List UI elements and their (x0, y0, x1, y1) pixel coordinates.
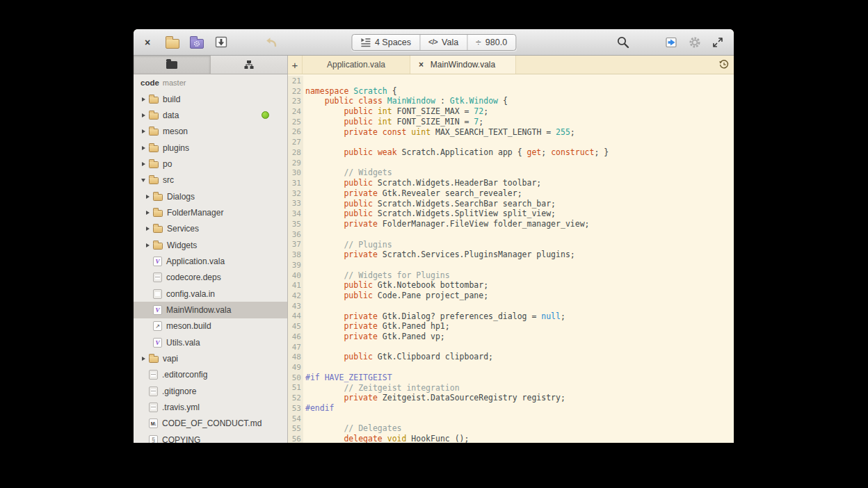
code-line: 26 private const uint MAX_SEARCH_TEXT_LE… (288, 127, 734, 138)
tree-item[interactable]: src (134, 172, 287, 188)
collapsed-triangle (146, 211, 150, 215)
expander-icon[interactable] (139, 357, 147, 361)
line-number: 25 (288, 117, 303, 127)
search-button[interactable] (614, 33, 632, 51)
tree-item-label: .editorconfig (162, 370, 207, 380)
tree-item[interactable]: Dialogs (134, 188, 287, 204)
tree-item[interactable]: meson (134, 124, 287, 140)
folder-icon (149, 176, 159, 184)
folder-glyph (149, 113, 159, 120)
indentation-button[interactable]: 4 Spaces (352, 35, 419, 50)
line-number: 40 (288, 270, 303, 281)
line-number: 50 (288, 373, 303, 383)
code-text: // Zeitgeist integration (303, 383, 460, 393)
close-icon[interactable]: × (140, 37, 154, 48)
line-number: 46 (288, 332, 303, 342)
folder-glyph (153, 226, 163, 233)
expander-icon[interactable] (143, 211, 152, 215)
code-line: 55 // Delegates (288, 423, 734, 434)
tree-item-label: plugins (163, 143, 189, 153)
goto-line-button[interactable]: ÷980.0 (467, 35, 515, 50)
tree-item[interactable]: build (134, 91, 287, 107)
text-file-icon (149, 402, 158, 412)
tab-application-vala[interactable]: Application.vala (302, 56, 410, 74)
code-text: public class MainWindow : Gtk.Window { (303, 96, 508, 106)
code-line: 49 (288, 362, 734, 373)
tree-item[interactable]: VUtils.vala (134, 334, 287, 350)
indent-icon (360, 38, 371, 47)
templates-button[interactable] (188, 33, 206, 51)
expander-icon[interactable] (139, 97, 147, 101)
folder-glyph (149, 161, 159, 168)
code-text: public Scratch.Widgets.SearchBar search_… (303, 199, 556, 209)
code-line: 33 public Scratch.Widgets.SearchBar sear… (288, 199, 734, 209)
line-number: 52 (288, 393, 303, 403)
tree-item[interactable]: data (134, 107, 287, 123)
new-tab-button[interactable]: + (288, 56, 302, 74)
code-text: private Zeitgeist.DataSourceRegistry reg… (303, 393, 565, 403)
tree-item[interactable]: config.vala.in (134, 286, 287, 302)
folder-glyph (153, 194, 163, 201)
code-line: 44 private Gtk.Dialog? preferences_dialo… (288, 311, 734, 322)
fullscreen-button[interactable] (709, 33, 727, 51)
tree-item[interactable]: VApplication.vala (134, 253, 287, 269)
history-button[interactable] (714, 56, 734, 74)
tree-item[interactable]: .gitignore (134, 383, 287, 399)
tree-item[interactable]: plugins (134, 140, 287, 156)
share-button[interactable] (663, 33, 681, 51)
tree-item[interactable]: VMainWindow.vala (134, 302, 287, 318)
expander-icon[interactable] (143, 195, 152, 199)
tree-item[interactable]: po (134, 156, 287, 172)
line-number: 36 (288, 229, 303, 240)
code-line: 29 (288, 158, 734, 168)
tree-item[interactable]: .travis.yml (134, 399, 287, 415)
tree-item-label: FolderManager (167, 208, 223, 218)
expander-icon[interactable] (143, 227, 152, 231)
line-number: 23 (288, 96, 303, 106)
tree-item[interactable]: §COPYING (134, 432, 287, 443)
tree-item[interactable]: Services (134, 221, 287, 237)
line-number: 27 (288, 137, 303, 147)
open-folder-button[interactable] (163, 33, 182, 51)
expanded-triangle (141, 179, 145, 182)
code-line: 25 public int FONT_SIZE_MIN = 7; (288, 117, 734, 127)
sidebar-files-view-tab[interactable] (134, 56, 211, 74)
sidebar-outline-view-tab[interactable] (211, 56, 288, 74)
settings-button[interactable] (686, 33, 704, 51)
tree-item[interactable]: .editorconfig (134, 367, 287, 383)
undo-button[interactable] (262, 33, 280, 51)
folder-icon (153, 225, 163, 233)
line-number: 44 (288, 311, 303, 322)
tree-item[interactable]: M↓CODE_OF_CONDUCT.md (134, 416, 287, 432)
folder-icon (149, 127, 159, 136)
expander-icon[interactable] (139, 129, 147, 133)
folder-icon (149, 160, 159, 168)
tree-item[interactable]: vapi (134, 350, 287, 366)
expander-icon[interactable] (139, 179, 147, 182)
text-file-icon (149, 370, 158, 380)
code-text: private Gtk.Revealer search_revealer; (303, 188, 522, 199)
code-text: private Scratch.Services.PluginsManager … (303, 250, 575, 260)
line-number: 51 (288, 383, 303, 393)
code-editor[interactable]: 2122namespace Scratch {23 public class M… (288, 74, 734, 443)
tree-item[interactable]: ↗meson.build (134, 318, 287, 334)
tab-close-icon[interactable]: × (419, 60, 424, 70)
line-number: 39 (288, 260, 303, 270)
line-number: 42 (288, 291, 303, 301)
expander-icon[interactable] (139, 162, 147, 166)
app-window: × 4 Spaces</>Vala÷98 (134, 29, 734, 443)
language-button[interactable]: </>Vala (419, 35, 467, 50)
save-as-button[interactable] (212, 33, 230, 51)
vala-file-icon: V (153, 338, 162, 348)
expander-icon[interactable] (139, 113, 147, 117)
indentation-button-label: 4 Spaces (375, 38, 411, 47)
expander-icon[interactable] (139, 146, 147, 150)
tree-item[interactable]: codecore.deps (134, 270, 287, 286)
tree-item[interactable]: FolderManager (134, 204, 287, 220)
settings-gear-icon (688, 35, 702, 49)
project-header[interactable]: code master (134, 74, 287, 91)
code-line: 43 (288, 301, 734, 311)
tab-mainwindow-vala[interactable]: ×MainWindow.vala (410, 56, 516, 74)
expander-icon[interactable] (143, 243, 152, 247)
tree-item[interactable]: Widgets (134, 237, 287, 253)
